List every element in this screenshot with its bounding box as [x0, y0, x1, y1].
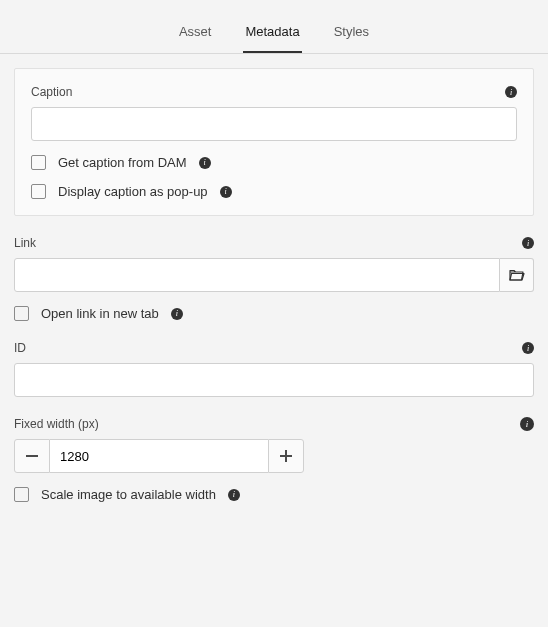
tabs-container: Asset Metadata Styles	[0, 0, 548, 54]
id-label: ID	[14, 341, 26, 355]
info-icon[interactable]: i	[199, 157, 211, 169]
content-area: Caption i Get caption from DAM i Display…	[0, 54, 548, 536]
scale-to-width-checkbox[interactable]	[14, 487, 29, 502]
info-icon[interactable]: i	[505, 86, 517, 98]
tab-asset[interactable]: Asset	[177, 14, 214, 53]
fixed-width-section: Fixed width (px) i Scale image to availa…	[14, 417, 534, 502]
caption-section: Caption i Get caption from DAM i Display…	[14, 68, 534, 216]
info-icon[interactable]: i	[520, 417, 534, 431]
tab-metadata[interactable]: Metadata	[243, 14, 301, 53]
link-label: Link	[14, 236, 36, 250]
stepper-decrement-button[interactable]	[14, 439, 50, 473]
caption-input[interactable]	[31, 107, 517, 141]
svg-rect-2	[280, 455, 292, 457]
link-section: Link i Open link in new tab i	[14, 236, 534, 321]
link-input[interactable]	[14, 258, 500, 292]
info-icon[interactable]: i	[220, 186, 232, 198]
open-new-tab-label: Open link in new tab	[41, 306, 159, 321]
get-caption-dam-checkbox[interactable]	[31, 155, 46, 170]
id-section: ID i	[14, 341, 534, 397]
fixed-width-label: Fixed width (px)	[14, 417, 99, 431]
display-popup-label: Display caption as pop-up	[58, 184, 208, 199]
info-icon[interactable]: i	[522, 237, 534, 249]
caption-label: Caption	[31, 85, 72, 99]
tab-styles[interactable]: Styles	[332, 14, 371, 53]
info-icon[interactable]: i	[522, 342, 534, 354]
scale-to-width-label: Scale image to available width	[41, 487, 216, 502]
display-popup-checkbox[interactable]	[31, 184, 46, 199]
fixed-width-stepper	[14, 439, 304, 473]
svg-rect-0	[26, 455, 38, 457]
folder-browse-button[interactable]	[500, 258, 534, 292]
folder-icon	[509, 268, 525, 282]
info-icon[interactable]: i	[228, 489, 240, 501]
info-icon[interactable]: i	[171, 308, 183, 320]
minus-icon	[26, 455, 38, 457]
get-caption-dam-label: Get caption from DAM	[58, 155, 187, 170]
fixed-width-input[interactable]	[50, 439, 268, 473]
plus-icon	[280, 450, 292, 462]
open-new-tab-checkbox[interactable]	[14, 306, 29, 321]
stepper-increment-button[interactable]	[268, 439, 304, 473]
id-input[interactable]	[14, 363, 534, 397]
